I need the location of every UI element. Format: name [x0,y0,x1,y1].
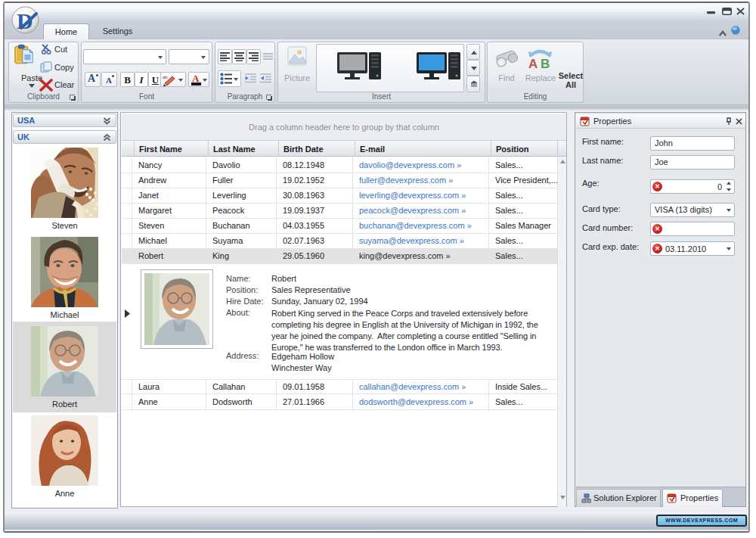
svg-text:ab: ab [163,75,168,79]
svg-text:B: B [541,57,550,70]
svg-text:A: A [528,57,538,70]
